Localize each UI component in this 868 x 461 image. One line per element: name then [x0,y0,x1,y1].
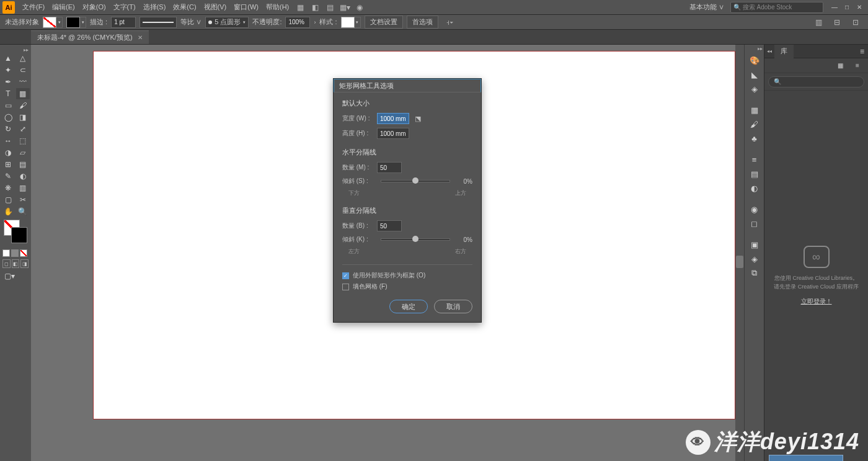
opacity-arrow[interactable]: › [314,19,316,25]
graphic-styles-panel-icon[interactable]: ◻ [748,217,761,230]
style-swatch[interactable] [341,17,355,28]
h-count-input[interactable] [377,162,402,173]
close-app-button[interactable]: ✕ [853,2,866,12]
stock-icon[interactable]: ◧ [309,2,321,13]
free-transform-tool[interactable]: ⬚ [16,135,30,146]
v-skew-slider[interactable] [381,238,450,241]
shape-builder-tool[interactable]: ◑ [1,147,15,158]
menu-file[interactable]: 文件(F) [19,2,48,12]
graph-tool[interactable]: ▥ [16,182,30,194]
ok-button[interactable]: 确定 [389,300,428,313]
libraries-tab[interactable]: 库 [774,45,794,58]
color-guide-panel-icon[interactable]: ◣ [748,68,761,81]
layers-panel-icon[interactable]: ▣ [748,238,761,251]
gpu-icon[interactable]: ◉ [353,2,366,13]
minimize-button[interactable]: — [828,2,841,12]
fill-swatch[interactable] [43,17,56,28]
menu-object[interactable]: 对象(O) [79,2,110,12]
v-skew-thumb[interactable] [412,236,418,242]
constrain-icon[interactable]: ⬔ [413,114,423,123]
rectangular-grid-tool[interactable]: ▦ [16,88,30,99]
menu-help[interactable]: 帮助(H) [262,2,293,12]
prefs-button[interactable]: 首选项 [407,16,438,29]
v-count-input[interactable] [377,220,402,231]
curvature-tool[interactable]: 〰 [16,76,30,87]
snap3-icon[interactable]: ⊡ [849,17,862,28]
menu-select[interactable]: 选择(S) [140,2,170,12]
brush-name[interactable]: 5 点圆形 [215,17,241,27]
scroll-thumb[interactable] [736,256,743,268]
gradient-panel-icon[interactable]: ▤ [748,168,761,180]
align-icon[interactable]: ⫞▾ [443,17,456,28]
draw-inside[interactable]: ◨ [20,259,29,268]
gradient-tool[interactable]: ▤ [16,159,30,170]
eraser-tool[interactable]: ◨ [16,112,30,123]
brushes-panel-icon[interactable]: 🖌 [748,118,761,130]
artboards-panel-icon[interactable]: ⧉ [748,267,761,279]
stroke-panel-icon[interactable]: ≡ [748,153,761,166]
menu-view[interactable]: 视图(V) [200,2,231,12]
draw-behind[interactable]: ◧ [12,259,20,268]
draw-normal[interactable]: ◻ [2,259,11,268]
dialog-title[interactable]: 矩形网格工具选项 [334,79,481,92]
shaper-tool[interactable]: ◯ [1,112,15,123]
doc-setup-button[interactable]: 文档设置 [365,16,403,29]
menu-type[interactable]: 文字(T) [110,2,140,12]
document-tab[interactable]: 未标题-4* @ 26% (CMYK/预览) ✕ [31,30,149,44]
vertical-scrollbar[interactable] [735,45,744,461]
fill-grid-checkbox[interactable] [342,284,349,290]
stroke-profile[interactable] [140,17,177,28]
cancel-button[interactable]: 取消 [434,300,472,313]
fill-dropdown[interactable]: ▾ [56,17,63,28]
symbol-sprayer-tool[interactable]: ❋ [1,182,15,194]
dock-expand[interactable]: ▸▸ [745,46,764,52]
lib-collapse[interactable]: ◂◂ [764,48,774,54]
selection-tool[interactable]: ▲ [1,53,15,64]
lib-grid-view-icon[interactable]: ▦ [833,60,847,72]
paintbrush-tool[interactable]: 🖌 [16,100,30,111]
h-skew-slider[interactable] [381,180,450,182]
scale-tool[interactable]: ⤢ [16,123,30,135]
pen-tool[interactable]: ✒ [1,76,15,87]
direct-selection-tool[interactable]: △ [16,53,30,64]
width-input[interactable] [377,113,409,124]
h-skew-thumb[interactable] [412,177,418,184]
stroke-weight-input[interactable] [111,17,136,28]
maximize-button[interactable]: □ [841,2,853,12]
hand-tool[interactable]: ✋ [1,206,15,217]
lib-signin-link[interactable]: 立即登录！ [801,297,832,306]
magic-wand-tool[interactable]: ✦ [1,65,15,76]
zoom-tool[interactable]: 🔍 [16,206,30,217]
artboard-tool[interactable]: ▢ [1,194,15,205]
uniform-label[interactable]: 等比 ∨ [180,17,202,27]
menu-window[interactable]: 窗口(W) [230,2,262,12]
lib-search[interactable]: 🔍 [768,76,864,87]
slice-tool[interactable]: ✂ [16,194,30,205]
lasso-tool[interactable]: ⊂ [16,65,30,76]
libraries-menu[interactable]: ≡ [856,47,868,56]
appearance-panel-icon[interactable]: ◉ [748,203,761,215]
use-outer-checkbox[interactable]: ✓ [342,272,349,279]
menu-edit[interactable]: 编辑(E) [48,2,79,12]
blend-tool[interactable]: ◐ [16,171,30,182]
rotate-tool[interactable]: ↻ [1,123,15,135]
properties-panel-icon[interactable]: ◈ [748,83,761,95]
snap1-icon[interactable]: ▥ [812,17,825,28]
style-dropdown[interactable]: ▾ [355,17,361,28]
width-tool[interactable]: ↔ [1,135,15,146]
menu-effect[interactable]: 效果(C) [169,2,200,12]
close-tab-button[interactable]: ✕ [138,34,143,41]
stroke-swatch[interactable] [66,17,80,28]
eyedropper-tool[interactable]: ✎ [1,171,15,182]
transparency-panel-icon[interactable]: ◐ [748,182,761,194]
lib-list-view-icon[interactable]: ≡ [851,60,864,72]
bridge-icon[interactable]: ▦ [294,2,306,13]
color-picker[interactable] [1,217,30,248]
color-mode-fill[interactable] [2,249,10,257]
color-mode-none[interactable] [20,249,27,257]
rectangle-tool[interactable]: ▭ [1,100,15,111]
mesh-tool[interactable]: ⊞ [1,159,15,170]
type-tool[interactable]: T [1,88,15,99]
opacity-input[interactable] [285,17,310,28]
stroke-color[interactable] [11,227,27,243]
